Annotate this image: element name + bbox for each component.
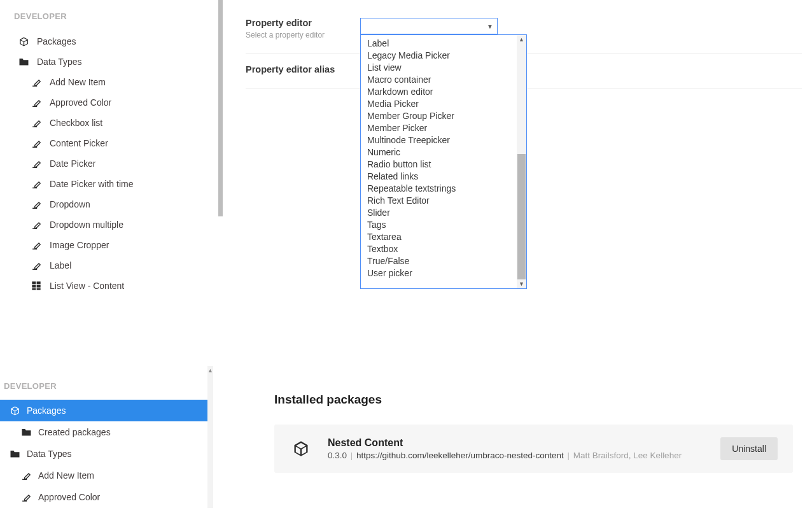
sidebar-developer-bottom: ▲ DEVELOPER PackagesCreated packagesData…: [0, 366, 213, 508]
dropdown-option-list-view[interactable]: List view: [361, 61, 517, 73]
grid-icon: [31, 280, 42, 292]
dropdown-option-numeric[interactable]: Numeric: [361, 146, 517, 158]
svg-rect-4: [32, 288, 36, 290]
box-icon: [9, 405, 20, 416]
dropdown-option-textbox[interactable]: Textbox: [361, 242, 517, 255]
dropdown-option-media-picker[interactable]: Media Picker: [361, 97, 517, 109]
tree-item-label[interactable]: Label: [14, 255, 223, 276]
main-content-bottom: Installed packages Nested Content 0.3.0 …: [213, 366, 812, 508]
tree-item-label: Data Types: [27, 449, 72, 459]
scroll-up-icon[interactable]: ▲: [207, 367, 213, 374]
dropdown-option-macro-container[interactable]: Macro container: [361, 73, 517, 85]
dropdown-option-tags[interactable]: Tags: [361, 218, 517, 230]
dropdown-option-label[interactable]: Label: [361, 37, 517, 49]
dropdown-option-textarea[interactable]: Textarea: [361, 230, 517, 242]
svg-rect-2: [32, 285, 36, 288]
tree-item-label: Add New Item: [50, 77, 106, 87]
dropdown-option-user-picker[interactable]: User picker: [361, 267, 517, 279]
tree-item-image-cropper[interactable]: Image Cropper: [14, 235, 223, 255]
main-content-top: Property editor Select a property editor…: [223, 0, 812, 309]
dropdown-option-member-group-picker[interactable]: Member Group Picker: [361, 109, 517, 122]
tree-item-checkbox-list[interactable]: Checkbox list: [14, 113, 223, 133]
property-editor-dropdown: LabelLegacy Media PickerList viewMacro c…: [360, 34, 527, 289]
tree-item-approved-color[interactable]: Approved Color: [0, 486, 213, 508]
folder-icon: [18, 56, 29, 67]
package-meta: 0.3.0 | https://github.com/leekelleher/u…: [328, 451, 720, 460]
scroll-up-icon[interactable]: ▲: [517, 36, 526, 43]
edit-icon: [31, 199, 42, 210]
edit-icon: [31, 97, 42, 108]
dropdown-option-true-false[interactable]: True/False: [361, 255, 517, 267]
sidebar-developer-top: DEVELOPER PackagesData TypesAdd New Item…: [0, 0, 223, 309]
package-version: 0.3.0: [328, 451, 347, 460]
property-editor-alias-label: Property editor alias: [246, 64, 335, 74]
dropdown-option-markdown-editor[interactable]: Markdown editor: [361, 85, 517, 97]
tree-item-data-types[interactable]: Data Types: [0, 443, 213, 465]
installed-packages-heading: Installed packages: [274, 393, 793, 407]
box-icon: [18, 36, 29, 47]
tree-item-add-new-item[interactable]: Add New Item: [14, 72, 223, 92]
property-editor-label: Property editor: [246, 18, 360, 28]
tree-item-label: Data Types: [37, 57, 82, 67]
tree-item-label: Created packages: [38, 427, 111, 437]
tree-item-dropdown-multiple[interactable]: Dropdown multiple: [14, 214, 223, 235]
uninstall-button[interactable]: Uninstall: [720, 437, 778, 460]
tree-item-content-picker[interactable]: Content Picker: [14, 133, 223, 153]
dropdown-option-legacy-media-picker[interactable]: Legacy Media Picker: [361, 49, 517, 61]
folder-icon: [20, 426, 32, 438]
sidebar-heading-bottom: DEVELOPER: [4, 381, 213, 391]
dropdown-scrollbar[interactable]: ▲ ▼: [517, 35, 526, 288]
tree-item-date-picker[interactable]: Date Picker: [14, 153, 223, 174]
tree-item-label: Content Picker: [50, 138, 108, 148]
tree-item-date-picker-with-time[interactable]: Date Picker with time: [14, 174, 223, 194]
tree-item-approved-color[interactable]: Approved Color: [14, 92, 223, 113]
tree-item-data-types[interactable]: Data Types: [14, 52, 223, 72]
dropdown-option-multinode-treepicker[interactable]: Multinode Treepicker: [361, 134, 517, 146]
tree-item-label: Dropdown: [50, 199, 90, 209]
scroll-down-icon[interactable]: ▼: [517, 281, 526, 287]
tree-item-label: Approved Color: [38, 492, 100, 502]
edit-icon: [31, 260, 42, 271]
tree-item-packages[interactable]: Packages: [0, 400, 213, 421]
sidebar-scrollbar-bottom[interactable]: ▲: [207, 366, 213, 508]
dropdown-option-repeatable-textstrings[interactable]: Repeatable textstrings: [361, 182, 517, 194]
tree-item-dropdown[interactable]: Dropdown: [14, 194, 223, 214]
tree-item-label: Packages: [27, 405, 66, 416]
edit-icon: [31, 137, 42, 149]
edit-icon: [31, 158, 42, 169]
edit-icon: [31, 178, 42, 190]
dropdown-option-related-links[interactable]: Related links: [361, 170, 517, 182]
sidebar-scrollbar[interactable]: [218, 0, 223, 216]
package-authors: Matt Brailsford, Lee Kelleher: [573, 451, 682, 460]
tree-item-label: Checkbox list: [50, 118, 102, 128]
edit-icon: [31, 117, 42, 129]
svg-rect-3: [37, 285, 41, 288]
tree-item-label: Packages: [37, 36, 76, 46]
tree-item-label: Label: [50, 260, 71, 271]
svg-rect-1: [37, 281, 41, 284]
tree-item-list-view-content[interactable]: List View - Content: [14, 276, 223, 296]
folder-icon: [9, 448, 20, 460]
property-editor-label-col: Property editor Select a property editor: [246, 18, 360, 39]
edit-icon: [20, 491, 32, 503]
svg-rect-0: [32, 281, 36, 284]
property-editor-select[interactable]: ▼: [360, 18, 498, 34]
dropdown-option-member-picker[interactable]: Member Picker: [361, 122, 517, 134]
package-url[interactable]: https://github.com/leekelleher/umbraco-n…: [356, 451, 564, 460]
tree-item-packages[interactable]: Packages: [14, 31, 223, 52]
tree-item-label: Date Picker with time: [50, 179, 133, 189]
tree-item-label: Approved Color: [50, 97, 111, 108]
edit-icon: [31, 219, 42, 230]
tree-item-created-packages[interactable]: Created packages: [0, 421, 213, 443]
dropdown-option-slider[interactable]: Slider: [361, 206, 517, 218]
tree-item-label: Add New Item: [38, 470, 94, 481]
dropdown-option-radio-button-list[interactable]: Radio button list: [361, 158, 517, 170]
package-box-icon: [290, 437, 312, 460]
scroll-thumb[interactable]: [517, 154, 526, 279]
tree-item-add-new-item[interactable]: Add New Item: [0, 465, 213, 486]
dropdown-option-rich-text-editor[interactable]: Rich Text Editor: [361, 194, 517, 206]
tree-item-label: Date Picker: [50, 158, 95, 169]
edit-icon: [31, 239, 42, 251]
tree-item-label: Dropdown multiple: [50, 220, 123, 230]
tree-item-label: List View - Content: [50, 281, 124, 291]
